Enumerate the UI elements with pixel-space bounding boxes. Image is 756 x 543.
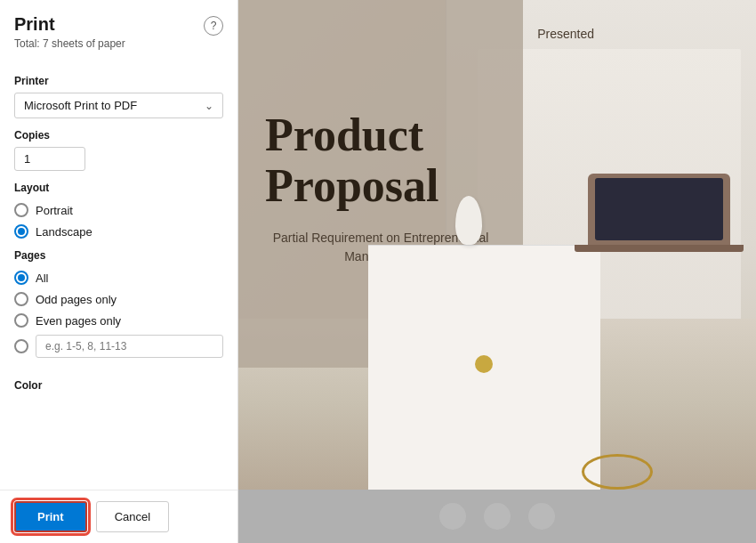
portrait-label: Portrait (36, 204, 73, 217)
drawer (368, 245, 601, 490)
color-section: Color (14, 369, 223, 397)
odd-pages-radio[interactable] (14, 292, 28, 306)
bottom-icon-1 (439, 503, 466, 530)
chair-decoration (582, 454, 653, 490)
print-button[interactable]: Print (14, 501, 87, 532)
print-header: Print ? (14, 14, 223, 36)
laptop-decoration (588, 174, 730, 245)
custom-pages-input[interactable] (36, 335, 223, 358)
pages-all-option[interactable]: All (14, 271, 223, 285)
printer-dropdown[interactable]: Microsoft Print to PDF ⌄ (14, 93, 223, 118)
help-button[interactable]: ? (204, 16, 223, 36)
slide-title: Product Proposal (265, 109, 496, 211)
pages-even-option[interactable]: Even pages only (14, 313, 223, 328)
layout-landscape-option[interactable]: Landscape (14, 224, 223, 239)
layout-radio-group: Portrait Landscape (14, 203, 223, 239)
preview-bottom-strip (238, 490, 756, 543)
slide-preview: Presented Product Proposal Partial Requi… (238, 0, 756, 490)
bottom-icon-3 (528, 503, 555, 530)
layout-label: Layout (14, 182, 223, 194)
chevron-down-icon: ⌄ (205, 100, 213, 112)
pages-custom-row (14, 335, 223, 358)
laptop-screen (595, 178, 723, 240)
slide-presented-text: Presented (537, 27, 594, 41)
portrait-radio[interactable] (14, 203, 28, 217)
color-label: Color (14, 379, 223, 392)
printer-label: Printer (14, 75, 223, 87)
copies-label: Copies (14, 129, 223, 142)
pages-radio-group: All Odd pages only Even pages only (14, 271, 223, 358)
copies-input[interactable] (14, 147, 85, 171)
print-subtitle: Total: 7 sheets of paper (14, 37, 223, 50)
bottom-icon-2 (484, 503, 511, 530)
layout-portrait-option[interactable]: Portrait (14, 203, 223, 217)
custom-pages-radio[interactable] (14, 339, 28, 353)
odd-pages-label: Odd pages only (36, 293, 117, 306)
cancel-button[interactable]: Cancel (96, 501, 169, 532)
print-title: Print (14, 14, 55, 35)
print-panel: Print ? Total: 7 sheets of paper Printer… (0, 0, 238, 543)
preview-area: Presented Product Proposal Partial Requi… (238, 0, 756, 543)
even-pages-label: Even pages only (36, 314, 121, 328)
all-pages-radio[interactable] (14, 271, 28, 285)
print-footer: Print Cancel (0, 490, 237, 543)
even-pages-radio[interactable] (14, 313, 28, 328)
drawer-handle (475, 355, 493, 373)
printer-selected-value: Microsoft Print to PDF (24, 99, 137, 112)
all-pages-label: All (36, 272, 48, 285)
landscape-radio[interactable] (14, 224, 28, 239)
landscape-label: Landscape (36, 225, 92, 239)
pages-odd-option[interactable]: Odd pages only (14, 292, 223, 306)
pages-label: Pages (14, 249, 223, 262)
